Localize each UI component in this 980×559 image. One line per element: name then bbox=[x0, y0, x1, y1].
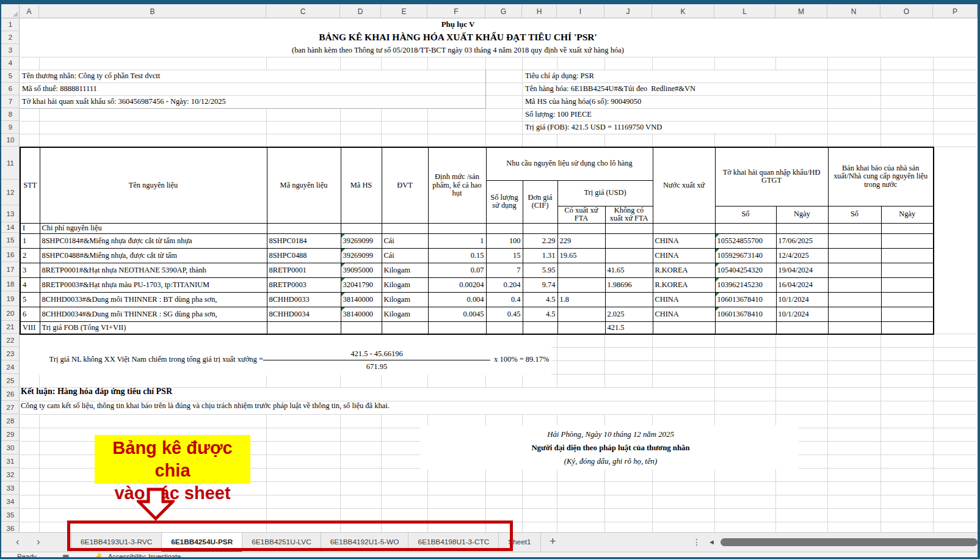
cell-stt[interactable]: 1 bbox=[20, 233, 40, 248]
column-header[interactable]: C bbox=[266, 5, 340, 18]
column-header[interactable]: M bbox=[775, 5, 827, 18]
col-producer-decl-no[interactable]: Số bbox=[828, 206, 881, 223]
cell-decl-no[interactable]: 105929673140 bbox=[715, 248, 776, 263]
cell-src-no[interactable] bbox=[828, 307, 881, 321]
cell-src-date[interactable] bbox=[881, 277, 934, 292]
cell-name[interactable]: 8CHHD0033#&Dung môi THINNER : BT dùng ph… bbox=[40, 292, 267, 307]
col-import-decl-no[interactable]: Số bbox=[715, 206, 776, 223]
quantity[interactable]: Số lượng: 100 PIECE bbox=[525, 108, 592, 121]
cell-name[interactable]: Trị giá FOB (Tổng VI+VII) bbox=[40, 321, 267, 334]
cell-src-date[interactable] bbox=[881, 292, 934, 307]
cell-hs[interactable] bbox=[341, 321, 382, 334]
cell-src-no[interactable] bbox=[828, 223, 881, 233]
cell-decl-date[interactable]: 19/04/2024 bbox=[776, 263, 828, 277]
column-header[interactable]: P bbox=[933, 5, 978, 18]
cell-hs[interactable]: 32041790 bbox=[341, 277, 382, 292]
cell-norm[interactable] bbox=[428, 223, 486, 233]
sheet-nav-prev-icon[interactable]: ‹ bbox=[16, 533, 20, 552]
col-value-usd-group[interactable]: Trị giá (USD) bbox=[557, 180, 653, 206]
col-unit-price[interactable]: Đơn giá (CIF) bbox=[523, 180, 557, 223]
cell-decl-date[interactable] bbox=[776, 223, 828, 233]
row-header[interactable]: 27 bbox=[1, 401, 20, 414]
row-header[interactable]: 4 bbox=[1, 57, 20, 70]
col-import-declaration-group[interactable]: Tờ khai hải quan nhập khẩu/HĐ GTGT bbox=[715, 147, 828, 206]
cell-country[interactable]: CHINA bbox=[653, 292, 715, 307]
cell-price[interactable]: 4.5 bbox=[523, 307, 557, 321]
tax-code[interactable]: Mã số thuế: 8888811111 bbox=[22, 82, 97, 95]
cell-code[interactable]: 8CHHD0033 bbox=[267, 292, 341, 307]
cell-price[interactable]: 5.95 bbox=[523, 263, 557, 277]
scroll-left-arrow-icon[interactable]: ◄ bbox=[708, 533, 715, 552]
column-header[interactable]: D bbox=[340, 5, 381, 18]
goods-name[interactable]: Tên hàng hóa: 6E1BB4254U#&Túi đeo Redlin… bbox=[525, 82, 695, 95]
cell-price[interactable]: 4.5 bbox=[523, 292, 557, 307]
row-header[interactable]: 6 bbox=[1, 82, 20, 95]
cell-norm[interactable]: 0.07 bbox=[428, 263, 486, 277]
cell-price[interactable]: 1.31 bbox=[523, 248, 557, 263]
cell-qty[interactable] bbox=[486, 223, 523, 233]
cell-unit[interactable] bbox=[382, 223, 428, 233]
cell-qty[interactable]: 0.4 bbox=[486, 292, 523, 307]
criteria-applied[interactable]: Tiêu chí áp dụng: PSR bbox=[525, 70, 594, 82]
document-title[interactable]: BẢNG KÊ KHAI HÀNG HÓA XUẤT KHẨU ĐẠT TIÊU… bbox=[20, 32, 896, 43]
cell-name[interactable]: 8CHHD0034#&Dung môi THINNER : SG dùng ph… bbox=[40, 307, 267, 321]
annotation-red-rectangle[interactable] bbox=[67, 521, 513, 551]
cell-decl-no[interactable] bbox=[715, 223, 776, 233]
cell-norm[interactable]: 0.004 bbox=[428, 292, 486, 307]
add-sheet-button[interactable]: + bbox=[550, 533, 556, 550]
column-header[interactable]: O bbox=[880, 5, 933, 18]
cell-fta[interactable] bbox=[557, 277, 605, 292]
cell-nofta[interactable]: 2.025 bbox=[605, 307, 653, 321]
conclusion-commitment[interactable]: Công ty cam kết số liệu, thông tin khai … bbox=[21, 401, 390, 411]
cell-norm[interactable]: 0.0045 bbox=[428, 307, 486, 321]
cell-qty[interactable]: 100 bbox=[486, 233, 523, 248]
cell-fta[interactable]: 229 bbox=[557, 233, 605, 248]
cell-country[interactable]: R.KOREA bbox=[653, 277, 715, 292]
col-stt[interactable]: STT bbox=[20, 147, 40, 223]
cell-src-date[interactable] bbox=[881, 223, 934, 233]
cell-src-no[interactable] bbox=[828, 248, 881, 263]
cell-decl-no[interactable]: 103962145230 bbox=[715, 277, 776, 292]
col-fta-origin[interactable]: Có xuất xứ FTA bbox=[557, 206, 605, 223]
signature-instruction[interactable]: (Ký, đóng dấu, ghi rõ họ, tên) bbox=[427, 455, 794, 468]
cell-decl-date[interactable] bbox=[776, 321, 828, 334]
cell-src-no[interactable] bbox=[828, 277, 881, 292]
cell-norm[interactable]: 1 bbox=[428, 233, 486, 248]
cell-stt[interactable]: 2 bbox=[20, 248, 40, 263]
export-declaration[interactable]: Tờ khai hải quan xuất khẩu số: 360456987… bbox=[22, 95, 226, 108]
row-header[interactable]: 7 bbox=[1, 95, 20, 108]
cell-decl-no[interactable]: 106013678410 bbox=[715, 307, 776, 321]
ratio-label[interactable]: Trị giá NL không XX Việt Nam chiếm trong… bbox=[20, 346, 263, 373]
row-header[interactable]: 35 bbox=[1, 508, 20, 522]
row-header[interactable]: 10 bbox=[1, 134, 20, 147]
cell-src-date[interactable] bbox=[881, 248, 934, 263]
row-header[interactable]: 28 bbox=[1, 414, 20, 428]
cell-unit[interactable]: Kilogam bbox=[382, 263, 428, 277]
col-qty-used[interactable]: Số lượng sử dụng bbox=[486, 180, 523, 223]
cell-fta[interactable] bbox=[557, 223, 605, 233]
cell-decl-no[interactable]: 106013678410 bbox=[715, 292, 776, 307]
cell-country[interactable]: R.KOREA bbox=[653, 263, 715, 277]
ratio-numerator[interactable]: 421.5 - 45.66196 bbox=[263, 346, 490, 360]
cell-code[interactable] bbox=[267, 223, 341, 233]
cell-price[interactable] bbox=[523, 223, 557, 233]
row-header[interactable]: 24 bbox=[1, 360, 20, 374]
column-header[interactable]: E bbox=[381, 5, 427, 18]
cell-code[interactable]: 8RETP0001 bbox=[267, 263, 341, 277]
col-material-name[interactable]: Tên nguyên liệu bbox=[40, 147, 267, 223]
column-header[interactable]: G bbox=[485, 5, 522, 18]
cell-price[interactable]: 2.29 bbox=[523, 233, 557, 248]
cell-unit[interactable]: Cái bbox=[382, 233, 428, 248]
down-arrow-icon[interactable] bbox=[137, 488, 175, 521]
horizontal-scrollbar-thumb[interactable] bbox=[720, 538, 978, 546]
column-header[interactable]: N bbox=[827, 5, 880, 18]
row-header[interactable]: 20 bbox=[1, 306, 20, 321]
row-header[interactable]: 31 bbox=[1, 455, 20, 468]
cell-stt[interactable]: 3 bbox=[20, 263, 40, 277]
row-header[interactable]: 26 bbox=[1, 387, 20, 401]
cell-nofta[interactable] bbox=[605, 223, 653, 233]
cell-norm[interactable] bbox=[428, 321, 486, 334]
cell-name[interactable]: 8RETP0001#&Hạt nhựa NEOTHANE 5390AP, thà… bbox=[40, 263, 267, 277]
column-header[interactable]: A bbox=[20, 5, 39, 18]
cell-decl-date[interactable]: 10/1/2024 bbox=[776, 307, 828, 321]
